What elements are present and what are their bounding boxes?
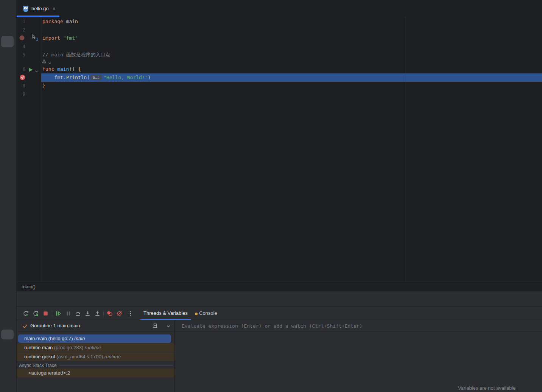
variables-empty-message: Variables are not available xyxy=(458,385,516,391)
view-breakpoints-button[interactable] xyxy=(106,310,113,317)
code-line-1: 1 package main xyxy=(17,17,542,26)
stack-frame-row[interactable]: main.main (hello.go:7) main xyxy=(18,334,171,343)
code-line-9: 9 xyxy=(17,90,542,98)
line-number: 6 xyxy=(17,65,25,73)
evaluate-expression-input[interactable] xyxy=(175,320,542,331)
code-line-8: 8 } xyxy=(17,82,542,90)
debug-toolbar: Threads & Variables Console xyxy=(17,307,542,320)
evaluate-expression-row xyxy=(175,320,542,332)
code-line-3: import "fmt" xyxy=(17,34,542,42)
right-margin-guide-segment xyxy=(405,73,405,82)
breadcrumb-item-main[interactable]: main() xyxy=(22,284,36,289)
frames-pane: Goroutine 1 main.main main.main (hello.g… xyxy=(17,320,174,392)
code-line-7-current: fmt.Println(a…:"Hello, World!") xyxy=(17,73,542,82)
line-number: 2 xyxy=(17,26,25,34)
chevron-down-icon[interactable] xyxy=(34,68,39,75)
go-gopher-icon xyxy=(23,5,29,12)
code-line-2: 2 xyxy=(17,26,542,34)
tool-window-stripe xyxy=(0,0,17,392)
mouse-cursor xyxy=(32,34,39,42)
parameter-hint-inlay[interactable]: a…: xyxy=(90,75,102,80)
rerun-debug-button[interactable] xyxy=(33,310,39,317)
call-name: Println xyxy=(66,75,87,80)
toolbar-separator xyxy=(103,311,104,316)
keyword: package xyxy=(42,19,66,24)
variables-pane: Variables are not available xyxy=(175,320,542,392)
tab-label: hello.go xyxy=(31,6,49,11)
code-line-4: 4 xyxy=(17,42,542,51)
stack-frames-list: main.main (hello.go:7) main runtime.main… xyxy=(17,332,174,392)
chevron-down-icon[interactable] xyxy=(48,60,52,67)
goroutine-label: Goroutine 1 main.main xyxy=(30,320,80,331)
goroutine-selector[interactable]: Goroutine 1 main.main xyxy=(17,320,174,332)
line-number: 9 xyxy=(17,90,25,98)
line-number: 8 xyxy=(17,82,25,90)
line-number: 5 xyxy=(17,51,25,59)
tab-threads-variables[interactable]: Threads & Variables xyxy=(143,307,188,320)
step-into-button[interactable] xyxy=(84,310,91,317)
code-line-6: 6 func main() { xyxy=(17,65,542,73)
resume-button[interactable] xyxy=(55,310,61,317)
muted-breakpoint-icon[interactable] xyxy=(19,35,25,42)
stop-button[interactable] xyxy=(42,310,49,317)
checkmark-icon xyxy=(22,323,28,329)
more-options-button[interactable] xyxy=(127,310,134,317)
stack-frame-row[interactable]: runtime.goexit (asm_amd64.s:1700) runtim… xyxy=(17,352,174,361)
editor-tab-bar: hello.go × xyxy=(17,0,542,17)
tab-hello-go[interactable]: hello.go × xyxy=(17,0,59,17)
function-name: main xyxy=(57,66,69,72)
breadcrumb-bar: main() xyxy=(17,282,542,291)
console-output-indicator-icon xyxy=(195,313,198,315)
keyword: func xyxy=(42,66,57,72)
package-name: main xyxy=(66,19,78,24)
mute-breakpoints-button[interactable] xyxy=(116,310,123,317)
chevron-down-icon[interactable] xyxy=(165,323,171,329)
active-breakpoint-icon[interactable] xyxy=(20,75,25,82)
run-config-inlay-icon[interactable] xyxy=(42,59,47,65)
rerun-button[interactable] xyxy=(23,310,29,317)
pause-button[interactable] xyxy=(65,310,72,317)
stripe-button-bottom[interactable] xyxy=(1,330,14,339)
tab-console[interactable]: Console xyxy=(195,307,217,320)
comment: // main 函数是程序的入口点 xyxy=(42,52,111,58)
threads-view-icon[interactable] xyxy=(152,323,158,329)
string-literal: "Hello, World!" xyxy=(103,75,148,80)
step-out-button[interactable] xyxy=(94,310,101,317)
stripe-button-top[interactable] xyxy=(1,36,14,47)
line-number: 4 xyxy=(17,42,25,51)
step-over-button[interactable] xyxy=(75,310,81,317)
debug-tool-window: Threads & Variables Console Goroutine 1 … xyxy=(17,306,542,392)
keyword: import xyxy=(42,35,63,41)
async-stack-frame-row[interactable]: <autogenerated>:2 xyxy=(17,369,174,377)
code-editor[interactable]: 1 package main 2 import "fmt" 4 5 // mai… xyxy=(17,17,542,282)
toolbar-separator xyxy=(52,311,52,316)
code-line-5: 5 // main 函数是程序的入口点 xyxy=(17,51,542,59)
ide-window: hello.go × 1 package main 2 import "fmt"… xyxy=(0,0,542,392)
close-icon[interactable]: × xyxy=(53,6,56,12)
async-stack-trace-separator: Async Stack Trace xyxy=(19,362,173,369)
run-main-icon[interactable] xyxy=(28,67,33,74)
import-string: "fmt" xyxy=(63,35,78,41)
line-number: 1 xyxy=(17,17,25,26)
stack-frame-row[interactable]: runtime.main (proc.go:283) runtime xyxy=(17,343,174,352)
